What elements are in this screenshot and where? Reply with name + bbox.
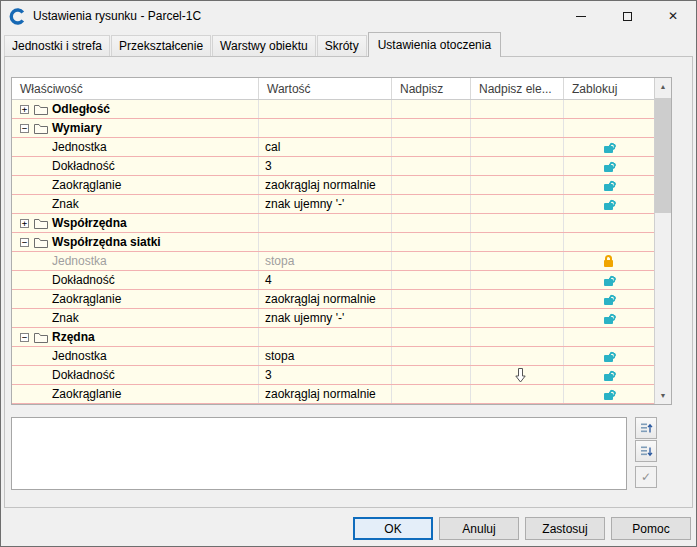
override-cell[interactable] [392,252,471,270]
lock-cell[interactable] [564,214,654,232]
lock-unlocked-icon[interactable] [603,350,616,363]
override-element-cell[interactable] [471,214,564,232]
override-cell[interactable] [392,233,471,251]
override-cell[interactable] [392,100,471,118]
minimize-button[interactable] [558,1,604,31]
lock-cell[interactable] [564,195,654,213]
property-row[interactable]: Jednostkastopa [12,347,654,366]
lock-unlocked-icon[interactable] [603,274,616,287]
property-row[interactable]: Znakznak ujemny '-' [12,309,654,328]
lock-cell[interactable] [564,176,654,194]
lock-unlocked-icon[interactable] [603,160,616,173]
value-cell[interactable]: 3 [259,366,392,384]
category-row[interactable]: −Rzędna [12,328,654,347]
value-cell[interactable]: zaokrąglaj normalnie [259,176,392,194]
scroll-up-button[interactable]: ▲ [655,78,671,95]
lock-unlocked-icon[interactable] [603,179,616,192]
tab-4[interactable]: Skróty [317,35,367,56]
maximize-button[interactable] [604,1,650,31]
property-row[interactable]: Dokładność4 [12,271,654,290]
override-cell[interactable] [392,290,471,308]
lock-cell[interactable] [564,347,654,365]
value-cell[interactable] [259,119,392,137]
lock-cell[interactable] [564,290,654,308]
lock-cell[interactable] [564,328,654,346]
value-cell[interactable] [259,328,392,346]
property-row[interactable]: Zaokrąglaniezaokrąglaj normalnie [12,290,654,309]
override-element-cell[interactable] [471,100,564,118]
help-button[interactable]: Pomoc [611,517,691,540]
lock-cell[interactable] [564,233,654,251]
override-cell[interactable] [392,157,471,175]
cancel-button[interactable]: Anuluj [439,517,519,540]
lock-locked-icon[interactable] [603,255,616,268]
value-cell[interactable]: zaokrąglaj normalnie [259,385,392,403]
override-cell[interactable] [392,366,471,384]
tab-1[interactable]: Jednostki i strefa [4,35,110,56]
lock-cell[interactable] [564,119,654,137]
lock-cell[interactable] [564,138,654,156]
value-cell[interactable]: cal [259,138,392,156]
reorder-down-button[interactable] [635,440,657,462]
override-cell[interactable] [392,138,471,156]
lock-unlocked-icon[interactable] [603,312,616,325]
column-header[interactable]: Zablokuj [564,78,654,99]
value-cell[interactable]: 3 [259,157,392,175]
property-row[interactable]: Dokładność3 [12,366,654,385]
override-element-cell[interactable] [471,271,564,289]
property-row[interactable]: Dokładność3 [12,157,654,176]
column-header[interactable]: Wartość [259,78,392,99]
override-element-cell[interactable] [471,347,564,365]
value-cell[interactable]: 4 [259,271,392,289]
override-cell[interactable] [392,309,471,327]
column-header[interactable]: Właściwość [12,78,259,99]
value-cell[interactable] [259,233,392,251]
scroll-down-button[interactable]: ▼ [655,387,671,404]
override-element-cell[interactable] [471,366,564,384]
lock-cell[interactable] [564,252,654,270]
expand-icon[interactable]: + [20,105,29,114]
close-button[interactable]: ✕ [650,1,696,31]
override-element-cell[interactable] [471,290,564,308]
override-cell[interactable] [392,214,471,232]
override-cell[interactable] [392,385,471,403]
apply-button[interactable]: Zastosuj [525,517,605,540]
override-element-cell[interactable] [471,233,564,251]
value-cell[interactable]: znak ujemny '-' [259,195,392,213]
override-element-cell[interactable] [471,328,564,346]
property-row[interactable]: Zaokrąglaniezaokrąglaj normalnie [12,385,654,404]
category-row[interactable]: −Współrzędna siatki [12,233,654,252]
override-cell[interactable] [392,328,471,346]
value-cell[interactable]: znak ujemny '-' [259,309,392,327]
tab-5[interactable]: Ustawienia otoczenia [368,32,501,57]
value-cell[interactable]: stopa [259,347,392,365]
value-cell[interactable]: zaokrąglaj normalnie [259,290,392,308]
lock-cell[interactable] [564,385,654,403]
column-header[interactable]: Nadpisz [392,78,471,99]
override-element-cell[interactable] [471,138,564,156]
lock-unlocked-icon[interactable] [603,369,616,382]
property-row[interactable]: Zaokrąglaniezaokrąglaj normalnie [12,176,654,195]
column-header[interactable]: Nadpisz ele... [471,78,564,99]
override-element-cell[interactable] [471,252,564,270]
override-element-cell[interactable] [471,157,564,175]
value-cell[interactable] [259,100,392,118]
value-cell[interactable]: stopa [259,252,392,270]
lock-cell[interactable] [564,366,654,384]
expand-icon[interactable]: + [20,219,29,228]
override-cell[interactable] [392,347,471,365]
override-cell[interactable] [392,119,471,137]
lock-unlocked-icon[interactable] [603,388,616,401]
lock-unlocked-icon[interactable] [603,293,616,306]
override-element-cell[interactable] [471,119,564,137]
property-row[interactable]: Znakznak ujemny '-' [12,195,654,214]
ok-button[interactable]: OK [353,517,433,540]
lock-cell[interactable] [564,157,654,175]
tab-2[interactable]: Przekształcenie [111,35,211,56]
value-cell[interactable] [259,214,392,232]
confirm-button[interactable]: ✓ [635,466,657,488]
override-cell[interactable] [392,176,471,194]
category-row[interactable]: +Współrzędna [12,214,654,233]
property-row[interactable]: Jednostkacal [12,138,654,157]
collapse-icon[interactable]: − [20,333,29,342]
